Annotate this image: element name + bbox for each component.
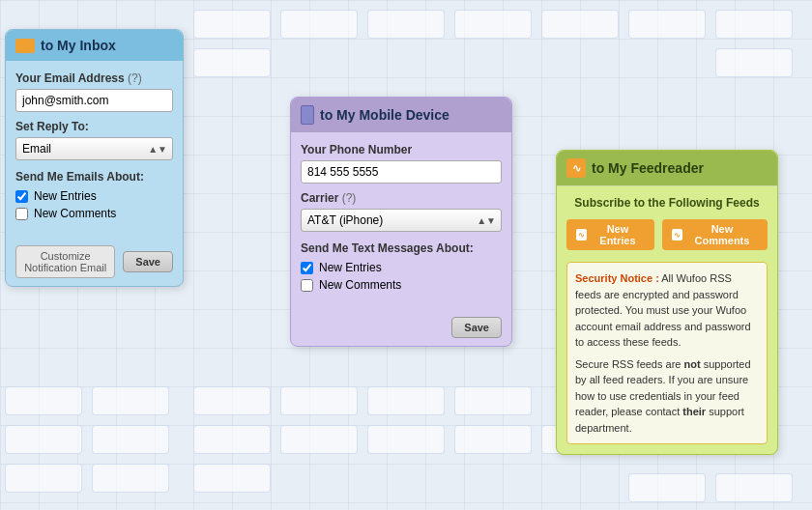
customize-notification-button[interactable]: Customize Notification Email — [15, 245, 115, 278]
deco-cell — [367, 425, 445, 454]
new-entries-row: New Entries — [15, 189, 173, 203]
email-help: (?) — [128, 71, 142, 85]
deco-cell — [193, 10, 271, 39]
security-notice-para1: Security Notice : All Wufoo RSS feeds ar… — [575, 270, 759, 351]
security-text2: Secure RSS feeds are — [575, 358, 684, 370]
mobile-new-entries-checkbox[interactable] — [301, 262, 313, 274]
mobile-panel-body: Your Phone Number Carrier (?) AT&T (iPho… — [291, 133, 511, 305]
deco-cell — [193, 48, 271, 77]
mobile-new-comments-label: New Comments — [319, 278, 401, 292]
carrier-select[interactable]: AT&T (iPhone) Verizon T-Mobile Sprint — [301, 209, 502, 232]
mobile-icon — [301, 105, 314, 125]
deco-cell — [628, 10, 706, 39]
deco-cell — [367, 386, 445, 415]
envelope-icon — [15, 39, 35, 53]
mobile-save-button[interactable]: Save — [451, 317, 502, 338]
feed-subtitle: Subscribe to the Following Feeds — [566, 196, 768, 210]
email-label: Your Email Address (?) — [15, 71, 173, 85]
email-input[interactable] — [15, 89, 173, 112]
mobile-new-comments-row: New Comments — [301, 278, 502, 292]
deco-cell — [454, 10, 532, 39]
deco-cell — [193, 425, 271, 454]
security-not: not — [684, 358, 701, 370]
deco-cell — [541, 10, 619, 39]
rss-entries-icon: ∿ — [576, 229, 587, 241]
mobile-panel-title: to My Mobile Device — [320, 107, 450, 123]
deco-cell — [367, 10, 445, 39]
deco-cell — [715, 473, 793, 502]
send-emails-label: Send Me Emails About: — [15, 170, 173, 184]
deco-cell — [715, 48, 793, 77]
deco-cell — [92, 425, 169, 454]
rss-comments-icon: ∿ — [672, 229, 682, 241]
send-texts-label: Send Me Text Messages About: — [301, 241, 502, 255]
security-notice-para2: Secure RSS feeds are not supported by al… — [575, 356, 759, 437]
feedreader-panel-body: Subscribe to the Following Feeds ∿ New E… — [557, 186, 777, 454]
deco-cell — [628, 473, 706, 502]
security-notice-title: Security Notice : — [575, 272, 659, 284]
rss-large-icon: ∿ — [566, 158, 586, 178]
carrier-select-wrap: AT&T (iPhone) Verizon T-Mobile Sprint ▲▼ — [301, 209, 502, 232]
deco-cell — [454, 425, 532, 454]
feed-new-entries-button[interactable]: ∿ New Entries — [566, 219, 654, 250]
inbox-panel-header: to My Inbox — [6, 30, 183, 62]
security-notice: Security Notice : All Wufoo RSS feeds ar… — [566, 262, 768, 444]
mobile-panel-footer: Save — [291, 309, 511, 346]
deco-cell — [5, 464, 82, 493]
mobile-new-entries-label: New Entries — [319, 261, 382, 274]
reply-to-select-wrap: Email Name None ▲▼ — [15, 137, 173, 160]
phone-input[interactable] — [301, 160, 502, 184]
mobile-new-entries-row: New Entries — [301, 261, 502, 274]
security-their: their — [682, 406, 706, 417]
phone-label: Your Phone Number — [301, 143, 502, 156]
deco-cell — [193, 464, 271, 493]
deco-cell — [92, 386, 169, 415]
feedreader-panel-title: to My Feedreader — [592, 160, 704, 176]
deco-cell — [193, 386, 271, 415]
deco-cell — [454, 386, 532, 415]
feedreader-panel: ∿ to My Feedreader Subscribe to the Foll… — [556, 150, 778, 455]
mobile-new-comments-checkbox[interactable] — [301, 279, 313, 292]
mobile-panel-header: to My Mobile Device — [291, 98, 511, 133]
carrier-help: (?) — [342, 191, 357, 205]
deco-cell — [5, 386, 82, 415]
feedreader-panel-header: ∿ to My Feedreader — [557, 151, 777, 186]
inbox-panel-body: Your Email Address (?) Set Reply To: Ema… — [6, 62, 183, 234]
deco-cell — [715, 10, 793, 39]
deco-cell — [280, 425, 358, 454]
deco-cell — [5, 425, 82, 454]
inbox-panel-footer: Customize Notification Email Save — [6, 238, 183, 286]
new-comments-label: New Comments — [34, 207, 116, 220]
inbox-panel: to My Inbox Your Email Address (?) Set R… — [5, 29, 184, 287]
inbox-panel-title: to My Inbox — [41, 38, 116, 53]
new-entries-checkbox[interactable] — [15, 190, 28, 203]
new-comments-checkbox[interactable] — [15, 208, 28, 220]
carrier-label: Carrier (?) — [301, 191, 502, 205]
deco-cell — [280, 10, 358, 39]
deco-cell — [280, 386, 358, 415]
feed-buttons: ∿ New Entries ∿ New Comments — [566, 219, 768, 250]
mobile-panel: to My Mobile Device Your Phone Number Ca… — [290, 97, 512, 347]
deco-cell — [92, 464, 169, 493]
reply-to-label: Set Reply To: — [15, 120, 173, 133]
reply-to-select[interactable]: Email Name None — [15, 137, 173, 160]
new-comments-row: New Comments — [15, 207, 173, 220]
feed-new-comments-button[interactable]: ∿ New Comments — [662, 219, 768, 250]
new-entries-label: New Entries — [34, 189, 97, 203]
inbox-save-button[interactable]: Save — [123, 251, 173, 272]
